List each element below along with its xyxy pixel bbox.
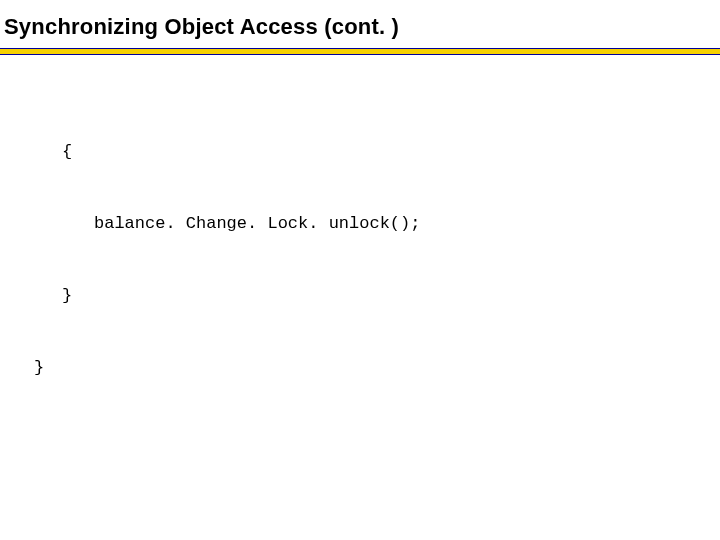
code-line-1: { <box>62 140 420 164</box>
slide: Synchronizing Object Access (cont. ) { b… <box>0 0 720 540</box>
slide-title: Synchronizing Object Access (cont. ) <box>4 14 399 40</box>
title-rule-inner <box>0 49 720 54</box>
code-line-2: balance. Change. Lock. unlock(); <box>94 212 420 236</box>
code-line-4: } <box>34 356 420 380</box>
code-block: { balance. Change. Lock. unlock(); } } <box>34 92 420 428</box>
code-line-3: } <box>62 284 420 308</box>
